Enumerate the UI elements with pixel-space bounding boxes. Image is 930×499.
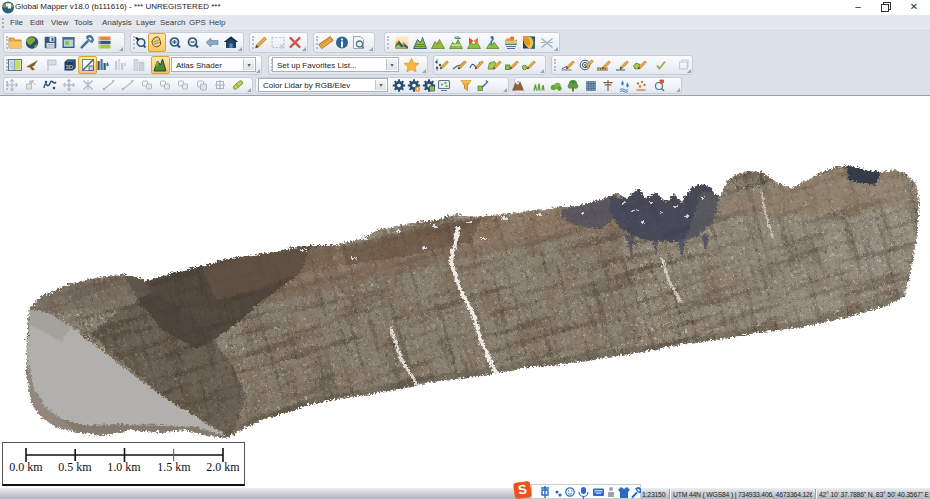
svg-text:3D: 3D xyxy=(66,64,74,70)
